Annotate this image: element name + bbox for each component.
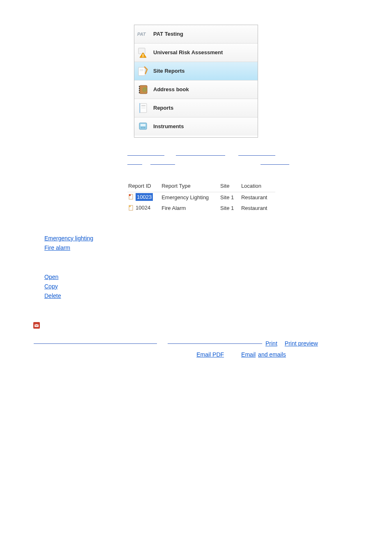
nav-item-pat-testing[interactable]: PAT PAT Testing <box>134 25 258 44</box>
print-email-section: Print Print preview Email PDF Email and … <box>33 321 359 359</box>
reports-icon <box>137 102 149 114</box>
address-book-icon: @ <box>137 83 149 96</box>
nav-item-label: Address book <box>153 85 189 94</box>
nav-item-label: Universal Risk Assessment <box>153 48 223 57</box>
svg-rect-1 <box>138 48 145 54</box>
svg-rect-17 <box>141 108 145 108</box>
cell-site: Site 1 <box>219 192 240 203</box>
row-id: 10024 <box>136 204 150 212</box>
link-fire-alarm[interactable]: Fire alarm <box>44 244 70 251</box>
link-delete[interactable]: Delete <box>44 292 61 299</box>
row-id-selected: 10023 <box>136 193 153 201</box>
cell-location: Restaurant <box>240 192 275 203</box>
nav-item-reports[interactable]: Reports <box>134 99 258 117</box>
link-emergency-lighting[interactable]: Emergency lighting <box>44 235 93 242</box>
nav-item-risk-assessment[interactable]: Universal Risk Assessment <box>134 44 258 62</box>
nav-item-site-reports[interactable]: Site Reports <box>134 62 258 81</box>
link-copy[interactable]: Copy <box>44 283 58 290</box>
svg-rect-2 <box>143 54 143 56</box>
nav-item-label: Instruments <box>153 122 184 131</box>
instruments-icon <box>137 120 149 133</box>
svg-point-20 <box>141 127 142 129</box>
risk-icon <box>137 46 149 59</box>
svg-rect-14 <box>139 103 140 113</box>
svg-rect-10 <box>139 90 140 91</box>
svg-rect-9 <box>139 88 140 89</box>
link-email[interactable]: Email <box>241 350 256 359</box>
table-row[interactable]: 10024 Fire Alarm Site 1 Restaurant <box>127 203 275 214</box>
print-row: Print Print preview <box>33 339 359 348</box>
pat-icon: PAT <box>137 28 149 40</box>
svg-rect-11 <box>139 92 140 93</box>
svg-rect-4 <box>138 67 145 76</box>
report-table: Report ID Report Type Site Location 1002… <box>127 180 275 214</box>
nav-item-instruments[interactable]: Instruments <box>134 117 258 136</box>
nav-item-address-book[interactable]: @ Address book <box>134 81 258 99</box>
link-email-pdf[interactable]: Email PDF <box>196 350 224 359</box>
svg-text:@: @ <box>142 87 147 92</box>
site-reports-icon <box>137 65 149 77</box>
link-print[interactable]: Print <box>265 339 277 348</box>
col-header-site[interactable]: Site <box>219 180 240 192</box>
svg-text:PAT: PAT <box>137 32 146 37</box>
action-links-block: Open Copy Delete <box>33 273 359 300</box>
svg-rect-16 <box>141 107 145 107</box>
cell-type: Emergency Lighting <box>161 192 219 203</box>
col-header-id[interactable]: Report ID <box>127 180 161 192</box>
svg-rect-19 <box>141 124 145 126</box>
email-row: Email PDF Email and emails <box>123 350 359 359</box>
table-row[interactable]: 10023 Emergency Lighting Site 1 Restaura… <box>127 192 275 203</box>
cell-location: Restaurant <box>240 203 275 214</box>
col-header-location[interactable]: Location <box>240 180 275 192</box>
svg-rect-8 <box>139 86 140 87</box>
nav-panel: PAT PAT Testing Universal Risk Assessmen… <box>134 25 258 138</box>
intro-link-lines <box>127 150 359 168</box>
document-icon <box>128 194 134 200</box>
document-icon <box>128 205 134 211</box>
print-email-icon <box>33 322 40 329</box>
link-open[interactable]: Open <box>44 274 58 280</box>
table-header-row: Report ID Report Type Site Location <box>127 180 275 192</box>
svg-point-22 <box>144 127 145 129</box>
svg-rect-15 <box>141 105 145 106</box>
col-header-type[interactable]: Report Type <box>161 180 219 192</box>
link-and-emails[interactable]: and emails <box>258 350 286 359</box>
nav-item-label: Site Reports <box>153 67 185 75</box>
svg-point-21 <box>143 127 144 129</box>
nav-item-label: PAT Testing <box>153 30 183 38</box>
report-table-wrap: Report ID Report Type Site Location 1002… <box>127 180 275 214</box>
svg-rect-3 <box>143 56 143 57</box>
link-print-preview[interactable]: Print preview <box>285 339 318 348</box>
report-type-links-block: Emergency lighting Fire alarm <box>33 234 359 252</box>
cell-type: Fire Alarm <box>161 203 219 214</box>
cell-site: Site 1 <box>219 203 240 214</box>
nav-item-label: Reports <box>153 104 173 112</box>
